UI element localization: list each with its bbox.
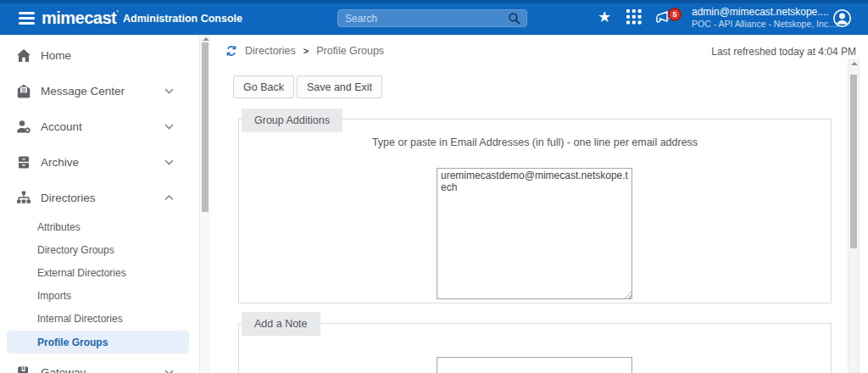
main-scrollbar[interactable] [848,59,860,373]
last-refreshed-text: Last refreshed today at 4:04 PM [711,46,856,58]
email-instruction-text: Type or paste in Email Addresses (in ful… [239,136,831,148]
sidebar-item-directory-groups[interactable]: Directory Groups [0,238,199,261]
account-gear-icon [16,120,31,134]
gateway-icon [16,365,31,373]
add-a-note-panel [238,323,832,373]
breadcrumb: Directories > Profile Groups [225,45,384,57]
sidebar-item-label: Message Center [41,85,125,97]
main-scrollbar-thumb[interactable] [850,75,857,248]
page-title: Administration Console [123,13,242,25]
group-additions-tab: Group Additions [242,109,342,132]
breadcrumb-separator: > [303,46,309,56]
home-icon [16,48,31,63]
search-icon[interactable] [508,12,520,25]
group-additions-panel: Type or paste in Email Addresses (in ful… [238,119,832,303]
sidebar-item-archive[interactable]: Archive [0,144,199,180]
sidebar-item-gateway[interactable]: Gateway [0,354,199,373]
sidebar-item-label: Gateway [41,366,86,373]
search-box[interactable] [337,9,527,27]
sidebar-item-label: Account [41,120,82,133]
sub-item-label: External Directories [37,267,126,279]
save-and-exit-button[interactable]: Save and Exit [297,75,382,98]
search-input[interactable] [338,13,508,25]
sidebar-item-message-center[interactable]: Message Center [0,73,199,109]
sidebar-item-imports[interactable]: Imports [0,284,199,307]
account-organization: POC - API Alliance - Netskope, Inc.... [692,19,827,30]
favorites-star-icon[interactable]: ★ [598,8,611,26]
sub-item-label: Imports [37,290,71,302]
add-a-note-tab: Add a Note [242,312,320,336]
toolbar: Go Back Save and Exit [233,75,382,98]
chevron-down-icon [164,88,174,94]
top-bar: mimecastʼ Administration Console ★ 5 ad [0,0,868,36]
chevron-up-icon [164,195,174,201]
notification-badge[interactable]: 5 [668,8,682,21]
email-addresses-textarea[interactable]: uremimecastdemo@mimecast.netskope.tech [437,168,632,299]
logo-trademark: ʼ [116,8,118,17]
breadcrumb-directories[interactable]: Directories [245,45,296,57]
sub-item-label: Internal Directories [37,313,123,325]
mimecast-admin-console: mimecastʼ Administration Console ★ 5 ad [0,0,868,373]
sidebar-scrollbar-thumb[interactable] [202,42,209,212]
note-field-wrap [437,357,632,373]
sidebar-item-internal-directories[interactable]: Internal Directories [0,307,199,330]
sidebar-item-label: Home [41,49,71,62]
scroll-up-arrow-icon[interactable] [203,37,209,41]
go-back-button[interactable]: Go Back [233,75,294,98]
sidebar-item-account[interactable]: Account [0,109,199,144]
chevron-down-icon [164,124,174,130]
account-menu[interactable]: admin@mimecast.netskope.... POC - API Al… [692,6,827,30]
sidebar-item-label: Directories [41,192,96,204]
chevron-down-icon [164,370,174,373]
sidebar-nav: Home Message Center Account Archiv [0,36,210,373]
sub-item-label: Directory Groups [37,244,114,256]
sidebar-scrollbar[interactable] [199,36,210,373]
apps-grid-icon[interactable] [626,9,642,25]
hamburger-menu-icon[interactable] [19,12,35,25]
message-center-icon [16,84,31,98]
scroll-up-arrow-icon[interactable] [851,62,858,65]
main-content: Directories > Profile Groups Last refres… [210,36,868,373]
sub-item-label: Profile Groups [37,337,108,348]
sidebar-item-profile-groups[interactable]: Profile Groups [7,331,189,354]
sidebar-item-attributes[interactable]: Attributes [0,215,199,238]
archive-cabinet-icon [16,155,31,170]
sidebar-item-home[interactable]: Home [0,37,199,73]
chevron-down-icon [164,159,174,165]
sub-item-label: Attributes [37,221,81,233]
directories-sitemap-icon [16,191,31,205]
account-email: admin@mimecast.netskope.... [692,6,827,19]
avatar-icon[interactable] [832,8,852,31]
email-addresses-field-wrap: uremimecastdemo@mimecast.netskope.tech [437,168,632,299]
sidebar-item-external-directories[interactable]: External Directories [0,261,199,284]
refresh-icon[interactable] [225,45,237,57]
mimecast-logo[interactable]: mimecastʼ [42,8,118,28]
sidebar-item-directories[interactable]: Directories [0,180,199,215]
note-textarea[interactable] [437,357,632,373]
sidebar-item-label: Archive [41,156,79,169]
breadcrumb-profile-groups[interactable]: Profile Groups [316,45,384,57]
